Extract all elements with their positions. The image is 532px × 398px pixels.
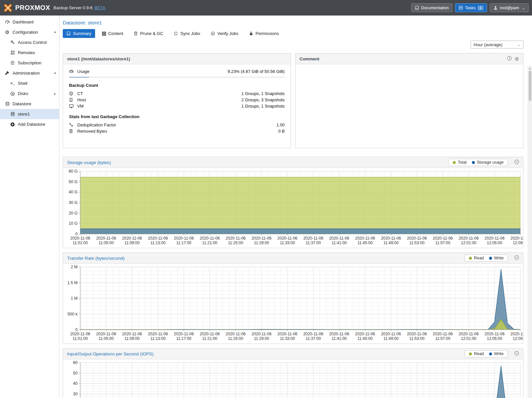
documentation-button[interactable]: Documentation [411,3,452,12]
iops-chart: 01020304050602020-11-0611:01:002020-11-0… [63,359,523,398]
sidebar-item-store1[interactable]: store1 [0,109,59,119]
svg-text:11:09:00: 11:09:00 [124,241,140,245]
legend-item[interactable]: Storage usage [472,160,504,165]
usage-label: Usage [77,69,89,74]
tab-verify-jobs[interactable]: Verify Jobs [207,29,242,38]
sidebar-item-dashboard[interactable]: Dashboard [0,17,59,27]
beta-link[interactable]: BETA [94,5,105,10]
legend-item[interactable]: Write [489,351,504,356]
sidebar-item-label: Administration [13,71,40,76]
panel-title: store1 (/mnt/datastores/store1) [67,56,130,61]
chart-legend[interactable]: Read Write [465,254,508,262]
usage-progress-fill [69,77,89,78]
svg-text:40: 40 [73,381,78,386]
svg-text:1 M: 1 M [71,296,78,301]
tasks-label: Tasks [465,6,476,10]
legend-item[interactable]: Read [469,256,484,260]
legend-dot [489,257,492,260]
svg-text:50 G: 50 G [69,180,78,184]
legend-label: Write [494,351,504,356]
tab-content[interactable]: Content [98,29,127,38]
tab-permissions[interactable]: Permissions [245,29,283,38]
legend-dot [469,257,472,260]
legend-dot [469,352,472,355]
trash-icon [134,31,138,36]
scrollbar[interactable]: ▲ [528,66,532,398]
summary-scroll-region: store1 (/mnt/datastores/store1) Usage 9.… [59,51,532,398]
svg-text:11:33:00: 11:33:00 [280,241,295,245]
tab-sync-jobs[interactable]: Sync Jobs [170,29,204,38]
svg-text:2020-11-06: 2020-11-06 [122,332,142,336]
sidebar-item-access-control[interactable]: Access Control [0,37,59,48]
chart-legend[interactable]: Total Storage usage [448,159,508,166]
chevron-down-icon[interactable]: ▾ [54,30,56,34]
collapse-icon[interactable] [514,159,519,165]
collapse-icon[interactable] [514,255,519,261]
svg-text:0: 0 [75,232,78,236]
trash-icon [69,129,75,133]
svg-text:11:41:00: 11:41:00 [332,336,347,341]
legend-label: Read [474,351,484,356]
timeframe-value: Hour (average) [474,42,502,47]
sidebar-item-configuration[interactable]: ⚙ Configuration ▾ [0,27,59,37]
backup-row-ct: CT 1 Groups, 1 Snapshots [69,90,285,97]
usage-row: Usage 9.23% (4.67 GiB of 50.56 GiB) [69,68,285,75]
svg-text:50: 50 [73,371,78,376]
sidebar-item-add-datastore[interactable]: Add Datastore [0,119,59,129]
svg-text:40 G: 40 G [69,190,78,194]
svg-text:30 G: 30 G [69,200,78,205]
storage-usage-chart: 010 G20 G30 G40 G50 G60 G2020-11-0611:01… [63,168,523,248]
sidebar: Dashboard ⚙ Configuration ▾ Access Contr… [0,16,59,398]
scrollbar-thumb[interactable] [529,71,531,101]
legend-label: Total [458,160,466,165]
svg-text:11:37:00: 11:37:00 [306,241,321,245]
tab-label: Prune & GC [140,31,163,36]
proxmox-logo: PROXMOX Backup Server 0.9-6 BETA [3,3,105,13]
check-circle-icon [211,31,215,36]
sidebar-item-label: Configuration [13,30,38,35]
content-area: Datastore: store1 Summary Content Prune … [59,16,532,398]
tab-summary[interactable]: Summary [63,29,95,38]
svg-text:2020-11-06: 2020-11-06 [407,236,427,241]
tab-prune-gc[interactable]: Prune & GC [130,29,167,38]
svg-text:11:45:00: 11:45:00 [358,241,373,245]
svg-text:11:53:00: 11:53:00 [409,241,424,245]
sidebar-item-datastore[interactable]: Datastore [0,99,59,109]
key-icon [9,40,16,45]
collapse-icon[interactable] [514,351,519,357]
chevron-down-icon[interactable]: ▾ [54,71,56,75]
svg-text:2020-11-06: 2020-11-06 [277,236,298,241]
svg-text:11:49:00: 11:49:00 [383,241,399,245]
scroll-up-arrow-icon[interactable]: ▲ [528,66,532,71]
user-menu-button[interactable]: root@pam ⌄ [490,3,529,12]
chart-legend[interactable]: Read Write [465,350,508,357]
sidebar-item-remotes[interactable]: Remotes [0,48,59,58]
transfer-rate-panel: Transfer Rate (bytes/second) Read Write … [63,252,523,344]
storage-usage-panel: Storage usage (bytes) Total Storage usag… [63,157,523,248]
legend-item[interactable]: Total [453,160,466,165]
terminal-icon: >_ [9,82,16,85]
svg-text:10 G: 10 G [69,221,78,226]
comment-body[interactable] [296,64,523,148]
gear-icon[interactable]: ⚙ [515,56,519,61]
user-icon [493,6,498,10]
svg-text:11:45:00: 11:45:00 [358,336,373,341]
tasks-button[interactable]: Tasks 1 [455,3,487,12]
sidebar-item-subscription[interactable]: Subscription [0,58,59,68]
usage-progress-bar [69,77,285,78]
legend-item[interactable]: Read [469,351,484,356]
row-label: Deduplication Factor [77,122,116,127]
store1-summary-panel: store1 (/mnt/datastores/store1) Usage 9.… [63,53,291,148]
svg-text:60 G: 60 G [69,169,78,174]
sync-icon [174,31,178,36]
chevron-right-icon[interactable]: ▸ [54,92,56,95]
timeframe-select[interactable]: Hour (average) ⌄ [471,41,523,49]
sidebar-item-administration[interactable]: Administration ▾ [0,68,59,78]
book-icon [415,6,419,10]
iops-panel: Input/Output Operations per Second (IOPS… [63,348,523,398]
clock-icon[interactable] [507,56,512,62]
svg-text:2020-11-06: 2020-11-06 [96,236,116,241]
sidebar-item-disks[interactable]: Disks ▸ [0,88,59,99]
legend-item[interactable]: Write [489,256,504,260]
sidebar-item-shell[interactable]: >_ Shell [0,78,59,88]
